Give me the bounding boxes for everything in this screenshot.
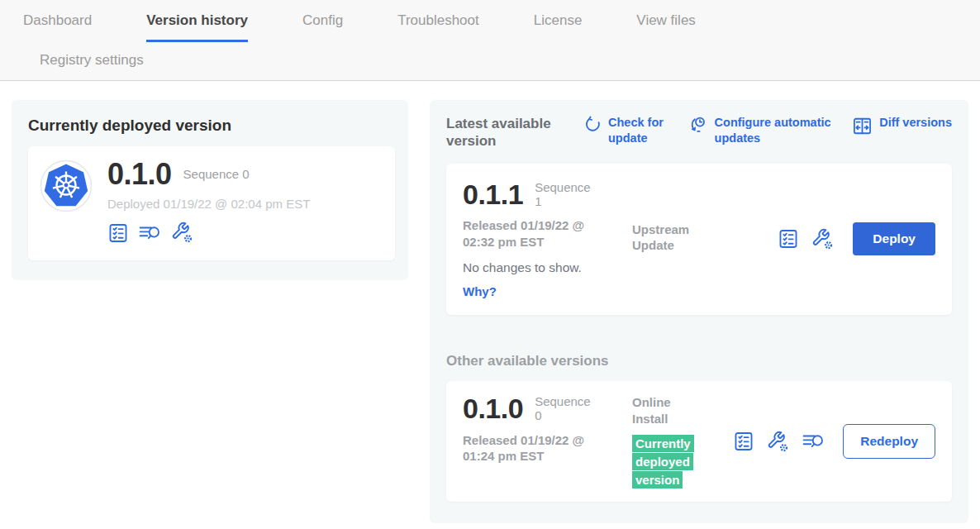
latest-released-timestamp: Released 01/19/22 @ 02:32 pm EST [463,217,616,250]
latest-source-label: Upstream Update [632,180,730,299]
other-card-actions: Redeploy [733,424,935,459]
currently-deployed-title: Currently deployed version [28,117,395,135]
configure-automatic-updates-link[interactable]: Configure automatic updates [688,115,839,146]
tab-license[interactable]: License [534,12,583,40]
other-versions-title: Other available versions [446,353,952,369]
config-wrench-icon[interactable] [767,431,789,453]
latest-version-info: 0.1.1 Sequence 1 Released 01/19/22 @ 02:… [463,180,632,299]
diff-versions-label: Diff versions [879,115,952,131]
view-logs-icon[interactable] [138,222,162,244]
view-logs-icon[interactable] [802,431,825,452]
kubernetes-logo-icon [40,160,93,212]
deployed-timestamp: Deployed 01/19/22 @ 02:04 pm EST [107,197,310,211]
tab-version-history[interactable]: Version history [146,12,248,42]
tab-registry-settings[interactable]: Registry settings [40,52,144,79]
latest-available-panel: Latest available version Check for updat… [430,100,968,523]
latest-version-card: 0.1.1 Sequence 1 Released 01/19/22 @ 02:… [446,164,952,316]
latest-available-header: Latest available version Check for updat… [446,115,952,150]
other-version-info: 0.1.0 Sequence 0 Released 01/19/22 @ 01:… [463,394,632,488]
deploy-button[interactable]: Deploy [853,222,935,255]
top-navbar: Dashboard Version history Config Trouble… [0,0,980,81]
deployed-version-info: 0.1.0 Sequence 0 Deployed 01/19/22 @ 02:… [107,160,310,244]
tab-dashboard[interactable]: Dashboard [23,12,92,40]
currently-deployed-badge-wrap: Currently deployed version [632,435,698,488]
preflight-checklist-icon[interactable] [107,222,129,244]
tab-view-files[interactable]: View files [636,12,696,40]
diff-icon [852,116,873,141]
spacer [730,180,778,299]
latest-version-number: 0.1.1 [463,180,523,208]
currently-deployed-card: 0.1.0 Sequence 0 Deployed 01/19/22 @ 02:… [28,146,395,260]
latest-available-title: Latest available version [446,115,562,150]
refresh-icon [583,116,602,138]
configure-automatic-updates-label: Configure automatic updates [715,115,839,146]
diff-versions-link[interactable]: Diff versions [852,115,952,146]
header-actions: Check for update Configure automatic upd… [583,115,952,146]
other-source-label: Online Install [632,394,683,427]
main-content: Currently deployed version [0,81,980,523]
no-changes-text: No changes to show. [463,260,632,275]
tab-troubleshoot[interactable]: Troubleshoot [397,12,479,40]
latest-sequence-label: Sequence 1 [535,180,594,209]
latest-card-actions: Deploy [778,222,935,255]
nav-row-1: Dashboard Version history Config Trouble… [23,12,980,42]
preflight-checklist-icon[interactable] [778,228,799,250]
other-source-column: Online Install Currently deployed versio… [632,394,730,488]
redeploy-button[interactable]: Redeploy [843,424,935,459]
check-for-update-label: Check for update [608,115,674,146]
other-version-card: 0.1.0 Sequence 0 Released 01/19/22 @ 01:… [446,381,952,502]
currently-deployed-badge: Currently deployed version [632,435,694,488]
tab-config[interactable]: Config [302,12,343,40]
check-for-update-link[interactable]: Check for update [583,115,674,146]
other-version-number: 0.1.0 [463,394,523,422]
deployed-version-number: 0.1.0 [107,160,172,189]
other-sequence-label: Sequence 0 [535,394,594,423]
config-wrench-icon[interactable] [811,228,834,250]
other-released-timestamp: Released 01/19/22 @ 01:24 pm EST [463,432,616,465]
preflight-checklist-icon[interactable] [733,431,754,452]
why-link[interactable]: Why? [463,284,632,298]
nav-row-2: Registry settings [23,52,980,79]
config-wrench-icon[interactable] [171,222,193,244]
auto-update-clock-icon [688,116,708,138]
deployed-sequence-label: Sequence 0 [183,167,250,181]
currently-deployed-panel: Currently deployed version [12,100,408,280]
